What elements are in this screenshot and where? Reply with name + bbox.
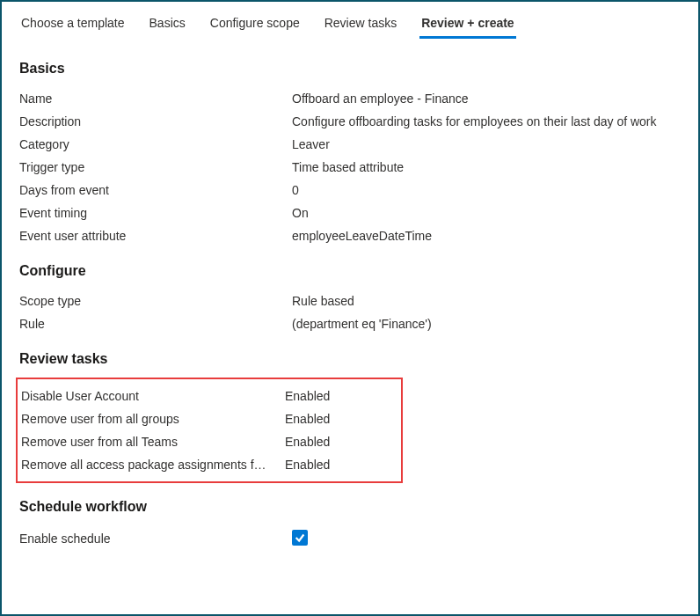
task-value: Enabled	[285, 435, 330, 449]
value-category: Leaver	[292, 137, 330, 151]
task-row: Remove all access package assignments f……	[18, 453, 397, 476]
tab-review-tasks[interactable]: Review tasks	[323, 11, 398, 39]
value-scope-type: Rule based	[292, 294, 354, 308]
row-rule: Rule (department eq 'Finance')	[19, 312, 681, 335]
value-event-user-attribute: employeeLeaveDateTime	[292, 229, 432, 243]
row-description: Description Configure offboarding tasks …	[19, 110, 681, 133]
row-scope-type: Scope type Rule based	[19, 290, 681, 312]
tab-review-create[interactable]: Review + create	[419, 11, 515, 39]
row-trigger-type: Trigger type Time based attribute	[19, 156, 681, 179]
label-trigger-type: Trigger type	[19, 160, 292, 174]
tab-choose-template[interactable]: Choose a template	[19, 11, 127, 39]
task-label: Remove user from all groups	[21, 412, 285, 426]
review-tasks-highlight: Disable User Account Enabled Remove user…	[16, 378, 403, 483]
value-trigger-type: Time based attribute	[292, 160, 404, 174]
value-name: Offboard an employee - Finance	[292, 92, 469, 106]
task-label: Remove user from all Teams	[21, 435, 285, 449]
task-label: Remove all access package assignments f…	[21, 458, 285, 472]
section-title-schedule: Schedule workflow	[19, 499, 681, 515]
task-value: Enabled	[285, 412, 330, 426]
row-name: Name Offboard an employee - Finance	[19, 87, 681, 110]
label-enable-schedule: Enable schedule	[19, 532, 292, 546]
value-enable-schedule	[292, 530, 308, 546]
tab-basics[interactable]: Basics	[148, 11, 187, 39]
row-category: Category Leaver	[19, 133, 681, 156]
value-event-timing: On	[292, 206, 309, 220]
section-title-basics: Basics	[19, 61, 681, 77]
row-event-timing: Event timing On	[19, 202, 681, 224]
label-event-timing: Event timing	[19, 206, 292, 220]
label-category: Category	[19, 137, 292, 151]
task-value: Enabled	[285, 389, 330, 403]
task-value: Enabled	[285, 458, 330, 472]
value-days-from-event: 0	[292, 183, 299, 197]
content-area: Basics Name Offboard an employee - Finan…	[2, 40, 698, 560]
label-event-user-attribute: Event user attribute	[19, 229, 292, 243]
label-description: Description	[19, 114, 292, 128]
checkbox-enable-schedule[interactable]	[292, 530, 308, 546]
value-description: Configure offboarding tasks for employee…	[292, 114, 657, 128]
label-scope-type: Scope type	[19, 294, 292, 308]
tab-bar: Choose a template Basics Configure scope…	[2, 2, 698, 40]
label-days-from-event: Days from event	[19, 183, 292, 197]
label-name: Name	[19, 92, 292, 106]
row-enable-schedule: Enable schedule	[19, 525, 681, 551]
checkmark-icon	[294, 532, 306, 544]
task-row: Remove user from all Teams Enabled	[18, 430, 397, 453]
section-title-review-tasks: Review tasks	[19, 351, 681, 367]
row-event-user-attribute: Event user attribute employeeLeaveDateTi…	[19, 224, 681, 247]
task-row: Disable User Account Enabled	[18, 385, 397, 407]
section-title-configure: Configure	[19, 263, 681, 279]
label-rule: Rule	[19, 317, 292, 331]
task-label: Disable User Account	[21, 389, 285, 403]
task-row: Remove user from all groups Enabled	[18, 407, 397, 430]
value-rule: (department eq 'Finance')	[292, 317, 432, 331]
tab-configure-scope[interactable]: Configure scope	[208, 11, 302, 39]
row-days-from-event: Days from event 0	[19, 179, 681, 202]
